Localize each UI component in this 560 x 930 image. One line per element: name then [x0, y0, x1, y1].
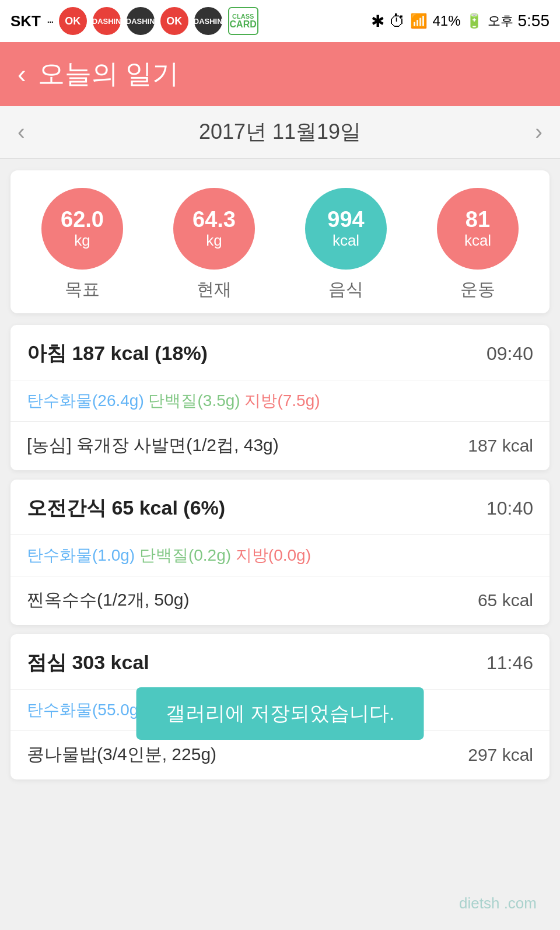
nutrient-carb-2: 탄수화물(55.0g)	[27, 701, 144, 719]
stat-circle-2: 994 kcal	[305, 188, 387, 270]
meal-title-0: 아침 187 kcal (18%)	[27, 340, 208, 367]
nutrient-carb-0: 탄수화물(26.4g)	[27, 391, 144, 410]
dashin-icon-2: DASHIN	[127, 7, 155, 35]
meal-title-2: 점심 303 kcal	[27, 649, 149, 676]
battery-icon: 🔋	[466, 13, 483, 29]
ampm-label: 오후	[488, 12, 513, 30]
watermark: dietsh .com	[459, 894, 537, 912]
signal-strength: 41%	[432, 13, 460, 29]
stat-circle-1: 64.3 kg	[173, 188, 255, 270]
dashin-icon-3: DASHIN	[194, 7, 222, 35]
stat-unit-3: kcal	[464, 232, 491, 250]
meal-header-2: 점심 303 kcal 11:46	[10, 634, 550, 689]
meal-nutrients-0: 탄수화물(26.4g) 단백질(3.5g) 지방(7.5g)	[10, 380, 550, 421]
meal-item-row-1-0[interactable]: 찐옥수수(1/2개, 50g) 65 kcal	[10, 576, 550, 625]
ok-icon-1: OK	[59, 7, 87, 35]
stat-item-2: 994 kcal 음식	[305, 188, 387, 302]
next-date-button[interactable]: ›	[535, 120, 542, 145]
stat-unit-0: kg	[74, 232, 90, 250]
stat-value-3: 81	[466, 208, 490, 232]
meal-item-kcal-2-0: 297 kcal	[468, 745, 533, 765]
stat-label-3: 운동	[460, 278, 495, 302]
stat-circle-3: 81 kcal	[437, 188, 519, 270]
nutrient-protein-1: 단백질(0.2g)	[135, 546, 231, 564]
meal-item-name-0-0: [농심] 육개장 사발면(1/2컵, 43g)	[27, 433, 279, 457]
current-date: 2017년 11월19일	[199, 118, 361, 146]
dots-icon: ···	[47, 15, 53, 28]
stat-unit-1: kg	[206, 232, 222, 250]
back-button[interactable]: ‹	[18, 60, 26, 89]
stat-item-1: 64.3 kg 현재	[173, 188, 255, 302]
meal-card-1: 오전간식 65 kcal (6%) 10:40 탄수화물(1.0g) 단백질(0…	[10, 480, 550, 625]
page-title: 오늘의 일기	[38, 56, 180, 92]
nutrient-fat-0: 지방(7.5g)	[240, 391, 320, 410]
stat-label-1: 현재	[197, 278, 232, 302]
clock-time: 5:55	[518, 12, 550, 30]
alarm-icon: ⏱	[389, 12, 405, 31]
nutrient-protein-0: 단백질(3.5g)	[144, 391, 240, 410]
wifi-icon: 📶	[410, 13, 428, 29]
date-nav: ‹ 2017년 11월19일 ›	[0, 106, 560, 159]
status-bar: SKT ··· OK DASHIN DASHIN OK DASHIN CLASS…	[0, 0, 560, 42]
stats-card: 62.0 kg 목표 64.3 kg 현재 994 kcal 음식 81 kca…	[10, 170, 550, 313]
meal-item-name-2-0: 콩나물밥(3/4인분, 225g)	[27, 743, 216, 767]
prev-date-button[interactable]: ‹	[18, 120, 25, 145]
carrier-label: SKT	[10, 12, 41, 30]
nutrient-fat-1: 지방(0.0g)	[231, 546, 311, 564]
meal-nutrients-1: 탄수화물(1.0g) 단백질(0.2g) 지방(0.0g)	[10, 534, 550, 576]
meal-time-2: 11:46	[487, 652, 533, 674]
bluetooth-icon: ✱	[371, 12, 384, 31]
meal-title-1: 오전간식 65 kcal (6%)	[27, 495, 225, 522]
status-right: ✱ ⏱ 📶 41% 🔋 오후 5:55	[371, 12, 550, 31]
meal-time-1: 10:40	[487, 498, 533, 519]
meal-header-1: 오전간식 65 kcal (6%) 10:40	[10, 480, 550, 534]
stat-label-2: 음식	[328, 278, 363, 302]
meal-header-0: 아침 187 kcal (18%) 09:40	[10, 325, 550, 380]
stat-item-3: 81 kcal 운동	[437, 188, 519, 302]
stat-unit-2: kcal	[332, 232, 359, 250]
meal-time-0: 09:40	[487, 343, 533, 365]
meal-card-0: 아침 187 kcal (18%) 09:40 탄수화물(26.4g) 단백질(…	[10, 325, 550, 470]
meal-item-name-1-0: 찐옥수수(1/2개, 50g)	[27, 588, 189, 612]
meal-item-kcal-0-0: 187 kcal	[468, 436, 533, 456]
ok-icon-2: OK	[160, 7, 188, 35]
class-card-icon: CLASS CARD	[228, 7, 258, 35]
meal-item-row-0-0[interactable]: [농심] 육개장 사발면(1/2컵, 43g) 187 kcal	[10, 421, 550, 470]
meal-item-kcal-1-0: 65 kcal	[478, 590, 533, 610]
toast-notification: 갤러리에 저장되었습니다.	[136, 687, 424, 740]
header: ‹ 오늘의 일기	[0, 42, 560, 106]
dashin-icon-1: DASHIN	[93, 7, 121, 35]
stat-circle-0: 62.0 kg	[41, 188, 123, 270]
stat-item-0: 62.0 kg 목표	[41, 188, 123, 302]
stat-value-0: 62.0	[61, 208, 104, 232]
stat-label-0: 목표	[65, 278, 100, 302]
stat-value-2: 994	[327, 208, 364, 232]
nutrient-carb-1: 탄수화물(1.0g)	[27, 546, 135, 564]
stat-value-1: 64.3	[192, 208, 236, 232]
status-left: SKT ··· OK DASHIN DASHIN OK DASHIN CLASS…	[10, 7, 258, 35]
